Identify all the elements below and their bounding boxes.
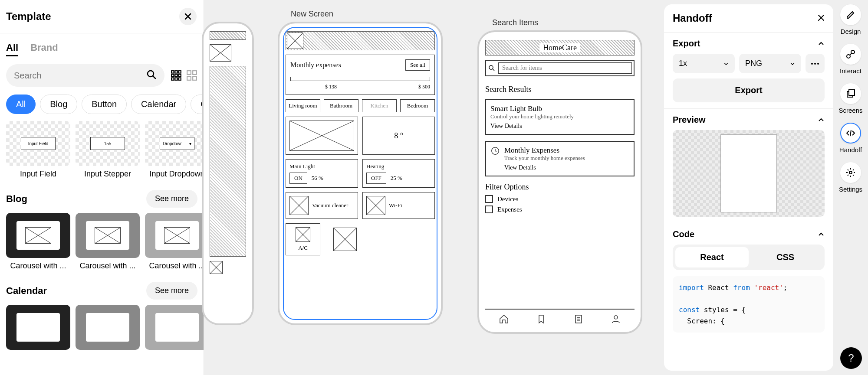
close-button[interactable]: [179, 8, 197, 25]
template-input-dropdown[interactable]: Dropdown▾ Input Dropdown: [145, 121, 204, 179]
search-bar[interactable]: [485, 60, 635, 76]
template-title: Template: [6, 10, 51, 23]
phone-new-screen[interactable]: Monthly expenses See all $ 138 $ 500 Liv…: [278, 22, 443, 325]
user-icon[interactable]: [611, 314, 621, 324]
template-carousel-1[interactable]: Carousel with ...: [6, 213, 70, 271]
home-icon[interactable]: [499, 314, 509, 324]
template-calendar-3[interactable]: [145, 305, 204, 350]
tab-kitchen[interactable]: Kitchen: [362, 99, 397, 112]
tab-react[interactable]: React: [675, 247, 749, 267]
result-link[interactable]: View Details: [490, 123, 629, 130]
see-more-calendar[interactable]: See more: [146, 282, 197, 300]
gear-icon: [845, 167, 856, 178]
see-more-blog[interactable]: See more: [146, 190, 197, 208]
tile-heating[interactable]: Heating OFF 25 %: [362, 159, 435, 188]
floating-xbox[interactable]: [333, 228, 357, 251]
app-title: HomeCare: [539, 43, 580, 52]
tab-css[interactable]: CSS: [749, 247, 822, 267]
chip-blog[interactable]: Blog: [40, 95, 77, 114]
search-field[interactable]: [498, 62, 632, 74]
chip-calendar[interactable]: Calendar: [131, 95, 186, 114]
template-carousel-3[interactable]: Carousel with ...: [145, 213, 204, 271]
phone-partial[interactable]: [202, 22, 254, 325]
chevron-up-icon[interactable]: [818, 40, 825, 47]
template-input-stepper[interactable]: 155 Input Stepper: [76, 121, 140, 179]
svg-rect-11: [193, 71, 197, 75]
toolbar-label: Settings: [839, 186, 862, 193]
grid-small-icon[interactable]: [171, 70, 182, 81]
scale-select[interactable]: 1x: [673, 54, 735, 73]
tab-all[interactable]: All: [6, 42, 18, 56]
filter-expenses[interactable]: Expenses: [485, 205, 635, 213]
svg-rect-8: [175, 78, 177, 80]
tab-brand[interactable]: Brand: [30, 42, 58, 56]
template-calendar-2[interactable]: [76, 305, 140, 350]
handoff-close[interactable]: [818, 13, 825, 23]
svg-point-17: [614, 316, 618, 319]
svg-rect-1: [171, 71, 174, 73]
close-icon: [184, 13, 191, 20]
template-label: Input Field: [6, 170, 70, 179]
export-button[interactable]: Export: [673, 78, 825, 102]
tile-main-light[interactable]: Main Light ON 56 %: [286, 159, 358, 188]
tab-bedroom[interactable]: Bedroom: [400, 99, 435, 112]
template-tabs: All Brand: [0, 33, 204, 62]
filter-devices[interactable]: Devices: [485, 195, 635, 203]
toolbar-interact[interactable]: Interact: [840, 44, 861, 75]
bottom-nav: [485, 309, 635, 326]
help-button[interactable]: ?: [840, 347, 862, 369]
grid-large-icon[interactable]: [186, 70, 197, 81]
screen-label-1[interactable]: New Screen: [291, 10, 333, 19]
code-block[interactable]: import React from 'react'; const styles …: [673, 276, 825, 333]
svg-rect-26: [849, 90, 855, 95]
template-input-field[interactable]: Input Field Input Field: [6, 121, 70, 179]
tile-wifi[interactable]: Wi-Fi: [362, 192, 435, 219]
checkbox-icon[interactable]: [485, 205, 493, 213]
list-icon[interactable]: [573, 314, 584, 324]
result-2[interactable]: Monthly Expenses Track your monthly home…: [485, 141, 635, 176]
screen-label-2[interactable]: Search Items: [492, 18, 538, 27]
toolbar-screens[interactable]: Screens: [838, 83, 862, 114]
tab-living[interactable]: Living room: [286, 99, 320, 112]
tile-image[interactable]: [286, 117, 358, 155]
chip-button[interactable]: Button: [82, 95, 127, 114]
checkbox-icon[interactable]: [485, 195, 493, 203]
chevron-down-icon: [790, 61, 795, 66]
bookmark-icon[interactable]: [536, 314, 546, 324]
tile-ac[interactable]: A/C: [286, 223, 320, 255]
room-tabs: Living room Bathroom Kitchen Bedroom: [286, 99, 435, 112]
tile-label: Wi-Fi: [389, 202, 402, 209]
more-button[interactable]: [806, 54, 825, 73]
format-select[interactable]: PNG: [739, 54, 801, 73]
search-input[interactable]: [14, 71, 146, 81]
svg-rect-6: [178, 74, 181, 76]
code-section: Code React CSS import React from 'react'…: [664, 223, 833, 371]
toolbar-settings[interactable]: Settings: [839, 162, 862, 193]
phone-search-items[interactable]: HomeCare Search Results Smart Light Bulb…: [477, 30, 642, 334]
tab-bathroom[interactable]: Bathroom: [324, 99, 358, 112]
template-calendar-1[interactable]: [6, 305, 70, 350]
tile-label: A/C: [298, 245, 308, 251]
result-link[interactable]: View Details: [504, 164, 629, 171]
tile-label: Vacuum cleaner: [312, 202, 348, 209]
wf-expenses-card: Monthly expenses See all $ 138 $ 500: [286, 55, 435, 95]
svg-rect-4: [171, 74, 174, 76]
toolbar-handoff[interactable]: Handoff: [839, 123, 862, 153]
handoff-panel: Handoff Export 1x PNG Export Preview: [664, 4, 833, 371]
result-1[interactable]: Smart Light Bulb Control your home light…: [485, 99, 635, 135]
thumb-text: Input Field: [21, 137, 56, 150]
off-button[interactable]: OFF: [366, 173, 386, 184]
tile-temp[interactable]: 8 °: [362, 117, 435, 155]
expense-icon: [490, 146, 500, 156]
chip-all[interactable]: All: [6, 95, 36, 114]
on-button[interactable]: ON: [289, 173, 307, 184]
see-all-button[interactable]: See all: [405, 59, 430, 71]
chevron-up-icon[interactable]: [818, 117, 825, 124]
tile-vacuum[interactable]: Vacuum cleaner: [286, 192, 358, 219]
chevron-up-icon[interactable]: [818, 231, 825, 238]
template-carousel-2[interactable]: Carousel with ...: [76, 213, 140, 271]
toolbar-design[interactable]: Design: [840, 4, 861, 35]
template-label: Input Stepper: [76, 170, 140, 179]
search-input-wrap[interactable]: [6, 64, 164, 87]
pct-value: 25 %: [391, 175, 402, 182]
